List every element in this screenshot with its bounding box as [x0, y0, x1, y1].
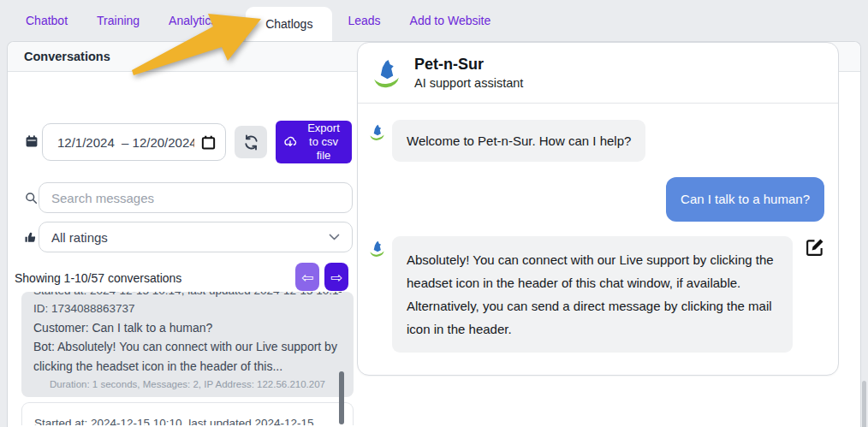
- conversation-item-selected[interactable]: Started at: 2024-12-15 10:14, last updat…: [21, 292, 354, 397]
- page-scrollbar-thumb[interactable]: [862, 381, 866, 427]
- refresh-button[interactable]: [235, 126, 267, 158]
- date-range-field[interactable]: [42, 123, 226, 161]
- bot-message-bubble: Welcome to Pet-n-Sur. How can I help?: [392, 120, 645, 162]
- bot-message-row: Welcome to Pet-n-Sur. How can I help?: [368, 120, 824, 162]
- export-csv-button[interactable]: Export to csv file: [276, 121, 352, 163]
- tab-chatlogs-active[interactable]: Chatlogs: [246, 7, 332, 41]
- calendar-picker-icon[interactable]: [200, 134, 217, 151]
- user-message-row: Can I talk to a human?: [368, 177, 824, 222]
- date-range-input[interactable]: [57, 135, 194, 150]
- page-title: Conversations: [24, 50, 110, 63]
- refresh-icon: [243, 134, 259, 151]
- chat-preview-panel: Pet-n-Sur AI support assistant Welcome t…: [357, 42, 839, 376]
- ratings-filter-value: All ratings: [51, 230, 108, 245]
- chat-header: Pet-n-Sur AI support assistant: [358, 43, 838, 104]
- pet-n-sur-logo: [371, 57, 402, 89]
- conversation-started-clipped: Started at: 2024-12-15 10:14, last updat…: [33, 292, 342, 299]
- bot-avatar-icon: [368, 240, 386, 258]
- chat-titles: Pet-n-Sur AI support assistant: [414, 54, 523, 92]
- bot-message-row: Absolutely! You can connect with our Liv…: [368, 236, 824, 353]
- thumbs-up-icon: [24, 231, 37, 244]
- cloud-download-icon: [282, 134, 298, 150]
- conversation-id: ID: 1734088863737: [33, 299, 342, 318]
- chat-transcript: Welcome to Pet-n-Sur. How can I help? Ca…: [358, 104, 838, 353]
- arrow-left-icon: ⇦: [301, 269, 313, 286]
- top-navigation: Chatbot Training Analytics Chatlogs Lead…: [0, 0, 868, 41]
- edit-message-button[interactable]: [805, 238, 824, 260]
- bot-message-bubble: Absolutely! You can connect with our Liv…: [392, 236, 793, 353]
- search-input[interactable]: [39, 182, 353, 213]
- conversation-customer-preview: Customer: Can I talk to a human?: [33, 318, 342, 337]
- conversation-item[interactable]: Started at: 2024-12-15 10:10, last updat…: [21, 402, 354, 425]
- edit-pencil-square-icon: [805, 238, 824, 258]
- tab-analytics[interactable]: Analytics: [169, 14, 217, 27]
- tab-add-to-website[interactable]: Add to Website: [410, 14, 491, 27]
- chat-bot-name: Pet-n-Sur: [414, 54, 523, 74]
- conversation-bot-preview: Bot: Absolutely! You can connect with ou…: [33, 337, 342, 376]
- ratings-filter-select[interactable]: All ratings: [39, 222, 353, 252]
- conversation-list: Started at: 2024-12-15 10:14, last updat…: [21, 292, 354, 425]
- export-csv-label: Export to csv file: [302, 122, 345, 163]
- next-page-button[interactable]: ⇨: [324, 263, 348, 291]
- tab-chatbot[interactable]: Chatbot: [26, 14, 68, 27]
- list-scrollbar-thumb[interactable]: [339, 371, 344, 424]
- tab-training[interactable]: Training: [97, 14, 140, 27]
- chat-bot-subtitle: AI support assistant: [414, 74, 523, 92]
- user-message-bubble: Can I talk to a human?: [666, 177, 824, 222]
- results-summary: Showing 1-10/57 conversations: [15, 271, 181, 285]
- conversation-meta: Duration: 1 seconds, Messages: 2, IP Add…: [33, 377, 342, 392]
- chevron-down-icon: [329, 234, 340, 241]
- conversation-started: Started at: 2024-12-15 10:10, last updat…: [34, 414, 341, 425]
- prev-page-button[interactable]: ⇦: [295, 263, 319, 291]
- bot-avatar-icon: [368, 123, 386, 141]
- arrow-right-icon: ⇨: [330, 269, 342, 286]
- search-icon: [25, 192, 38, 205]
- tab-leads[interactable]: Leads: [348, 14, 380, 27]
- calendar-icon: [25, 134, 39, 148]
